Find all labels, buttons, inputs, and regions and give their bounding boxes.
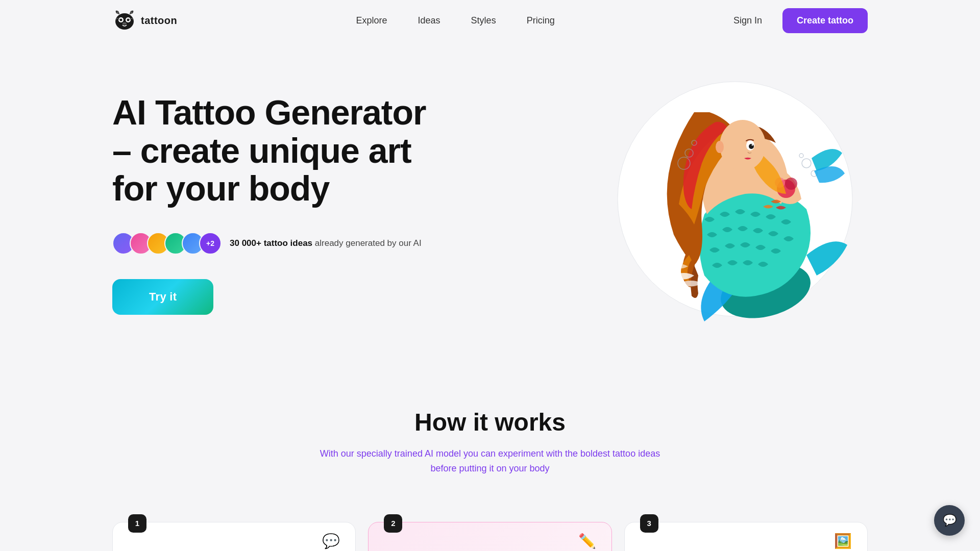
- hero-image-area: [612, 71, 868, 337]
- step-card-3: 3 🖼️: [624, 522, 868, 551]
- nav-item-pricing[interactable]: Pricing: [527, 15, 555, 26]
- step-number-1: 1: [128, 514, 146, 533]
- step-number-2: 2: [384, 514, 402, 533]
- hero-title: AI Tattoo Generator – create unique art …: [112, 93, 444, 208]
- avatar-stack: +2: [112, 232, 222, 255]
- nav-link-pricing[interactable]: Pricing: [527, 15, 555, 26]
- svg-point-13: [749, 144, 754, 149]
- svg-point-0: [115, 13, 134, 30]
- sign-in-link[interactable]: Sign In: [733, 15, 762, 26]
- social-proof-rest: already generated by our AI: [315, 238, 422, 248]
- mermaid-illustration: [612, 71, 857, 327]
- hero-content: AI Tattoo Generator – create unique art …: [112, 93, 444, 315]
- avatar-plus: +2: [199, 232, 222, 255]
- how-it-works-subtitle: With our specially trained AI model you …: [311, 446, 669, 476]
- nav-item-explore[interactable]: Explore: [356, 15, 387, 26]
- svg-point-9: [785, 178, 797, 190]
- step-number-3: 3: [640, 514, 658, 533]
- nav-link-styles[interactable]: Styles: [471, 15, 496, 26]
- svg-point-4: [127, 19, 130, 21]
- hero-section: AI Tattoo Generator – create unique art …: [0, 41, 980, 378]
- step-icon-1: 💬: [322, 533, 340, 549]
- logo-text: tattoon: [141, 15, 177, 27]
- how-it-works-section: How it works With our specially trained …: [0, 378, 980, 522]
- social-proof: +2 30 000+ tattoo ideas already generate…: [112, 232, 444, 255]
- nav-link-explore[interactable]: Explore: [356, 15, 387, 26]
- try-it-button[interactable]: Try it: [112, 279, 213, 315]
- chat-button[interactable]: 💬: [934, 505, 965, 536]
- logo-icon: [112, 8, 137, 33]
- navbar: tattoon Explore Ideas Styles Pricing Sig…: [0, 0, 980, 41]
- svg-point-15: [716, 141, 724, 153]
- nav-item-ideas[interactable]: Ideas: [418, 15, 440, 26]
- step-icon-2: ✏️: [578, 533, 596, 549]
- how-it-works-title: How it works: [112, 408, 868, 436]
- step-icon-3: 🖼️: [834, 533, 852, 549]
- create-tattoo-button[interactable]: Create tattoo: [782, 8, 868, 33]
- svg-point-3: [120, 19, 122, 21]
- chat-icon: 💬: [943, 514, 957, 527]
- svg-point-5: [122, 22, 127, 25]
- social-proof-bold: 30 000+ tattoo ideas: [230, 238, 312, 248]
- nav-item-styles[interactable]: Styles: [471, 15, 496, 26]
- social-proof-text: 30 000+ tattoo ideas already generated b…: [230, 237, 422, 249]
- logo-link[interactable]: tattoon: [112, 8, 177, 33]
- nav-right: Sign In Create tattoo: [733, 8, 868, 33]
- svg-point-14: [752, 144, 753, 146]
- nav-links: Explore Ideas Styles Pricing: [356, 15, 555, 26]
- step-card-1: 1 💬: [112, 522, 356, 551]
- svg-point-11: [720, 120, 766, 171]
- step-card-2: 2 ✏️: [368, 522, 611, 551]
- steps-row: 1 💬 2 ✏️ 3 🖼️: [0, 522, 980, 551]
- nav-link-ideas[interactable]: Ideas: [418, 15, 440, 26]
